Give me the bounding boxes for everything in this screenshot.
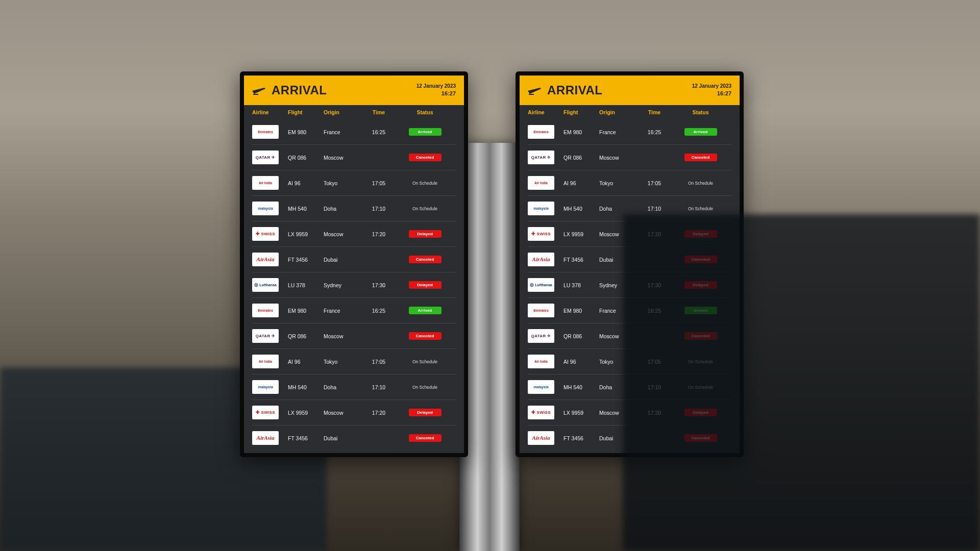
flight-number: QR 086 (288, 333, 324, 339)
flight-origin: Moscow (324, 155, 363, 161)
flight-row: Air IndiaAI 96Tokyo17:05On Schedule (252, 349, 456, 374)
flight-row: LufthansaLU 378Sydney17:30Delayed (252, 272, 456, 298)
flight-origin: Dubai (599, 257, 639, 263)
flight-status-cell: Canceled (394, 154, 456, 161)
col-airline: Airline (528, 109, 564, 115)
board-date: 12 January 2023 (416, 83, 456, 90)
flight-status: On Schedule (688, 385, 713, 390)
flight-status: Delayed (684, 409, 717, 416)
flight-status-cell: Arrived (394, 307, 456, 314)
airline-logo: Lufthansa (528, 278, 554, 292)
flight-time: 16:25 (363, 308, 394, 314)
airline-logo: SWISS (528, 406, 554, 419)
flight-origin: France (324, 308, 363, 314)
flight-status: Canceled (409, 434, 442, 442)
flight-origin: Moscow (324, 333, 363, 339)
flight-origin: Tokyo (599, 359, 639, 365)
board-time: 16:27 (416, 90, 456, 97)
airline-logo: AirAsia (528, 431, 554, 445)
col-airline: Airline (252, 109, 288, 115)
airline-logo: malaysia (252, 380, 279, 394)
flight-time: 17:20 (639, 410, 670, 416)
flight-status: Arrived (409, 128, 442, 136)
flight-row: malaysiaMH 540Doha17:10On Schedule (252, 196, 456, 221)
flight-origin: Moscow (599, 410, 639, 416)
flight-status: Canceled (409, 256, 442, 263)
arrival-board-left: ARRIVAL 12 January 2023 16:27 Airline Fl… (240, 71, 468, 457)
flight-origin: Moscow (324, 231, 363, 237)
arrival-plane-icon (251, 84, 266, 97)
flight-status: On Schedule (688, 206, 713, 211)
flight-status-cell: Canceled (394, 256, 456, 263)
flight-time: 16:25 (639, 308, 670, 314)
flight-row: AirAsiaFT 3456DubaiCanceled (528, 247, 731, 272)
board-header: ARRIVAL 12 January 2023 16:27 (520, 76, 740, 105)
flight-status-cell: Canceled (670, 256, 731, 263)
airline-logo: QATAR ✈ (528, 151, 554, 164)
flight-row: malaysiaMH 540Doha17:10On Schedule (252, 374, 456, 400)
col-flight: Flight (564, 109, 599, 115)
col-time: Time (363, 109, 394, 115)
flight-number: AI 96 (288, 359, 324, 365)
board-time: 16:27 (692, 90, 731, 97)
flight-time: 16:25 (363, 129, 394, 135)
airline-logo: malaysia (252, 202, 279, 215)
board-date: 12 January 2023 (692, 83, 731, 90)
support-pillar (459, 143, 520, 551)
flight-status: On Schedule (688, 359, 713, 364)
airport-background: ARRIVAL 12 January 2023 16:27 Airline Fl… (0, 0, 980, 551)
airline-logo: Air India (252, 355, 279, 368)
flight-time: 17:20 (363, 231, 394, 237)
flight-rows-left: EmiratesEM 980France16:25ArrivedQATAR ✈Q… (244, 119, 464, 450)
flight-status: Canceled (684, 434, 717, 442)
flight-row: malaysiaMH 540Doha17:10On Schedule (528, 374, 731, 400)
flight-row: QATAR ✈QR 086MoscowCanceled (528, 145, 731, 170)
flight-number: EM 980 (564, 129, 599, 135)
airline-logo: Emirates (528, 304, 554, 317)
flight-number: QR 086 (564, 155, 599, 161)
airline-logo: AirAsia (252, 431, 279, 445)
flight-number: AI 96 (288, 180, 324, 186)
flight-status-cell: On Schedule (394, 385, 456, 390)
flight-number: EM 980 (288, 308, 324, 314)
flight-origin: Tokyo (599, 180, 639, 186)
flight-row: QATAR ✈QR 086MoscowCanceled (528, 323, 731, 349)
flight-number: LU 378 (288, 282, 324, 288)
flight-status-cell: Delayed (670, 230, 731, 238)
column-header-row: Airline Flight Origin Time Status (520, 105, 740, 119)
flight-status: Delayed (409, 281, 442, 289)
flight-time: 17:20 (639, 231, 670, 237)
flight-status-cell: On Schedule (394, 359, 456, 364)
flight-status: On Schedule (412, 181, 437, 186)
flight-status-cell: Delayed (394, 409, 456, 416)
flight-origin: France (599, 308, 639, 314)
flight-status: Delayed (684, 281, 717, 289)
flight-origin: Moscow (599, 231, 639, 237)
flight-status-cell: Arrived (394, 128, 456, 136)
flight-number: EM 980 (288, 129, 324, 135)
flight-row: EmiratesEM 980France16:25Arrived (252, 298, 456, 323)
flight-status: Delayed (409, 409, 442, 416)
flight-time: 17:10 (639, 384, 670, 390)
flight-status-cell: Arrived (670, 307, 731, 314)
airline-logo: AirAsia (252, 253, 279, 266)
flight-number: LX 9959 (564, 410, 599, 416)
flight-row: SWISSLX 9959Moscow17:20Delayed (528, 400, 731, 425)
airline-logo: Lufthansa (252, 278, 279, 292)
flight-status-cell: On Schedule (670, 181, 731, 186)
airline-logo: Air India (528, 355, 554, 368)
board-header: ARRIVAL 12 January 2023 16:27 (244, 76, 464, 105)
flight-row: Air IndiaAI 96Tokyo17:05On Schedule (528, 170, 731, 196)
flight-status-cell: Delayed (670, 409, 731, 416)
flight-origin: Moscow (599, 155, 639, 161)
flight-row: LufthansaLU 378Sydney17:30Delayed (528, 272, 731, 298)
flight-number: EM 980 (564, 308, 599, 314)
flight-origin: France (324, 129, 363, 135)
flight-status: Arrived (684, 307, 717, 314)
flight-time: 17:30 (363, 282, 394, 288)
flight-origin: Dubai (599, 435, 639, 441)
flight-number: QR 086 (288, 155, 324, 161)
flight-origin: Moscow (599, 333, 639, 339)
flight-row: EmiratesEM 980France16:25Arrived (252, 119, 456, 145)
board-title: ARRIVAL (272, 83, 327, 97)
